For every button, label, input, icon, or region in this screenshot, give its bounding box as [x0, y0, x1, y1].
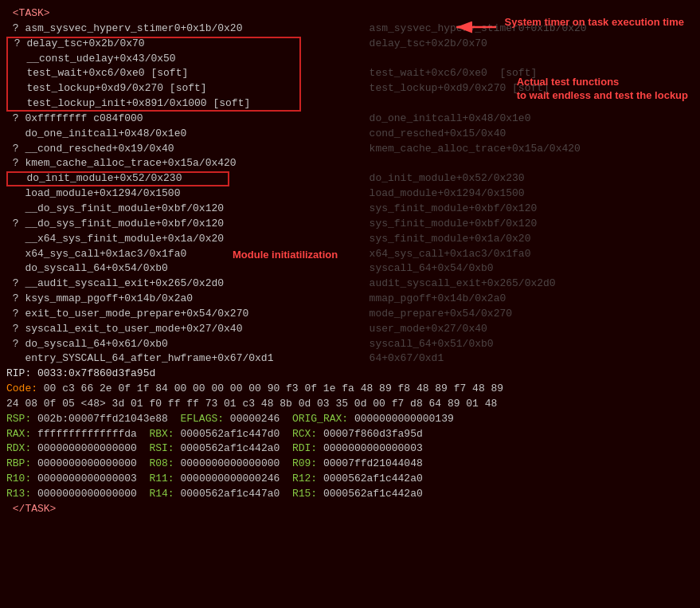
line-syscall-exit-user: ? syscall_exit_to_user_mode+0x27/0x40 us…: [6, 322, 694, 337]
test-lockup-left: test_lockup+0xd9/0x270 [soft]: [8, 82, 207, 94]
line-r10: R10: 0000000000000003 R11: 0000000000000…: [6, 472, 694, 487]
rsp-line: RSP: 002b:00007ffd21043e88 EFLAGS: 00000…: [6, 413, 454, 425]
audit-syscall-right: audit_syscall_exit+0x265/0x2d0: [357, 277, 694, 292]
cond-resched-left: ? __cond_resched+0x19/0x40: [6, 143, 174, 155]
line-audit-syscall: ? __audit_syscall_exit+0x265/0x2d0 audit…: [6, 277, 694, 292]
do-syscall-64-left: do_syscall_64+0x54/0xb0: [6, 262, 168, 274]
test-annotation-text: Actual test functionsto wait endless and…: [517, 76, 688, 103]
rip-line: RIP: 0033:0x7f860d3fa95d: [6, 367, 155, 379]
kmem-right: [357, 156, 694, 171]
do-sys-finit-left: __do_sys_finit_module+0xbf/0x120: [6, 202, 224, 214]
udelay-left: __const_udelay+0x43/0x50: [8, 53, 176, 65]
ksys-mmap-right: mmap_pgoff+0x14b/0x2a0: [357, 292, 694, 307]
x64-sys-call-right: x64_sys_call+0x1ac3/0x1fa0: [357, 247, 694, 262]
line-task-close: </TASK>: [6, 502, 694, 517]
module-annotation-text: Module initiatilization: [233, 249, 338, 261]
line-do-one: do_one_initcall+0x48/0x1e0 cond_resched+…: [6, 127, 694, 142]
line-rip: RIP: 0033:0x7f860d3fa95d: [6, 367, 694, 382]
task-open-tag: <TASK>: [6, 7, 50, 19]
delay-tsc-left: ? delay_tsc+0x2b/0x70: [8, 37, 145, 49]
0xfff-right: do_one_initcall+0x48/0x1e0: [357, 112, 694, 127]
line-q-do-sys-finit: ? __do_sys_finit_module+0xbf/0x120 sys_f…: [6, 217, 694, 232]
line-entry-syscall: entry_SYSCALL_64_after_hwframe+0x67/0xd1…: [6, 351, 694, 367]
cond-resched-right: kmem_cache_alloc_trace+0x15a/0x420: [357, 142, 694, 157]
line-do-syscall-64b: ? do_syscall_64+0x61/0xb0 syscall_64+0x5…: [6, 337, 694, 352]
entry-syscall-left: entry_SYSCALL_64_after_hwframe+0x67/0xd1: [6, 352, 273, 364]
timer-arrow-svg: [452, 19, 500, 35]
line-x64-sys-finit: __x64_sys_finit_module+0x1a/0x20 sys_fin…: [6, 232, 694, 247]
x64-sys-call-left: x64_sys_call+0x1ac3/0x1fa0: [6, 248, 186, 260]
syscall-exit-user-right: user_mode+0x27/0x40: [357, 322, 694, 337]
x64-sys-finit-right: sys_finit_module+0x1a/0x20: [357, 232, 694, 247]
do-init-module-left: do_init_module+0x52/0x230: [8, 172, 182, 184]
exit-user-mode-left: ? exit_to_user_mode_prepare+0x54/0x270: [6, 308, 248, 320]
udelay-right: [357, 52, 694, 67]
do-one-left: do_one_initcall+0x48/0x1e0: [6, 127, 186, 139]
rax-line: RAX: ffffffffffffffda RBX: 0000562af1c44…: [6, 428, 423, 440]
kmem-left: ? kmem_cache_alloc_trace+0x15a/0x420: [6, 157, 237, 169]
rdx-line: RDX: 0000000000000000 RSI: 0000562af1c44…: [6, 442, 423, 454]
timer-annotation-text: System timer on task execution time: [505, 16, 684, 29]
load-module-right: load_module+0x1294/0x1500: [357, 186, 694, 202]
line-code-1: Code: 00 c3 66 2e 0f 1f 84 00 00 00 00 0…: [6, 382, 694, 397]
delay-tsc-right: delay_tsc+0x2b/0x70: [357, 37, 694, 52]
line-udelay: __const_udelay+0x43/0x50: [6, 52, 694, 67]
code-line-1: Code: 00 c3 66 2e 0f 1f 84 00 00 00 00 0…: [6, 382, 503, 394]
r10-line: R10: 0000000000000003 R11: 0000000000000…: [6, 473, 423, 484]
do-sys-finit-right: sys_finit_module+0xbf/0x120: [357, 202, 694, 217]
module-annotation: Module initiatilization: [233, 249, 338, 261]
exit-user-mode-right: mode_prepare+0x54/0x270: [357, 307, 694, 322]
q-do-sys-finit-left: ? __do_sys_finit_module+0xbf/0x120: [6, 218, 224, 229]
do-syscall-64b-left: ? do_syscall_64+0x61/0xb0: [6, 338, 168, 350]
do-syscall-64b-right: syscall_64+0x51/0xb0: [357, 337, 694, 352]
x64-sys-finit-left: __x64_sys_finit_module+0x1a/0x20: [6, 233, 224, 245]
test-annotation-group: Actual test functionsto wait endless and…: [517, 76, 688, 103]
task-close-tag: </TASK>: [6, 503, 56, 515]
timer-annotation-group: System timer on task execution time: [452, 16, 684, 35]
line-rbp: RBP: 0000000000000000 R08: 0000000000000…: [6, 457, 694, 472]
line-exit-user-mode: ? exit_to_user_mode_prepare+0x54/0x270 m…: [6, 307, 694, 322]
q-do-sys-finit-right: sys_finit_module+0xbf/0x120: [357, 217, 694, 232]
line-ksys-mmap: ? ksys_mmap_pgoff+0x14b/0x2a0 mmap_pgoff…: [6, 292, 694, 307]
line-do-init-module: do_init_module+0x52/0x230 do_init_module…: [6, 171, 694, 186]
do-one-right: cond_resched+0x15/0x40: [357, 127, 694, 142]
main-container: <TASK> ? asm_sysvec_hyperv_stimer0+0x1b/…: [0, 0, 700, 608]
test-lockup-init-left: test_lockup_init+0x891/0x1000 [soft]: [8, 97, 250, 109]
timer-arrow: [452, 19, 500, 35]
0xfff-left: ? 0xffffffff c084f000: [6, 112, 143, 124]
audit-syscall-left: ? __audit_syscall_exit+0x265/0x2d0: [6, 277, 224, 289]
r13-line: R13: 0000000000000000 R14: 0000562af1c44…: [6, 488, 423, 500]
line-kmem: ? kmem_cache_alloc_trace+0x15a/0x420: [6, 156, 694, 171]
ksys-mmap-left: ? ksys_mmap_pgoff+0x14b/0x2a0: [6, 292, 193, 304]
do-init-module-right: do_init_module+0x52/0x230: [357, 171, 694, 186]
load-module-left: load_module+0x1294/0x1500: [6, 187, 180, 199]
line-rax: RAX: ffffffffffffffda RBX: 0000562af1c44…: [6, 427, 694, 442]
rbp-line: RBP: 0000000000000000 R08: 0000000000000…: [6, 457, 423, 469]
asm-sysvec-left: ? asm_sysvec_hyperv_stimer0+0x1b/0x20: [6, 22, 242, 34]
code-line-2: 24 08 0f 05 <48> 3d 01 f0 ff ff 73 01 c3…: [6, 398, 497, 410]
line-rdx: RDX: 0000000000000000 RSI: 0000562af1c44…: [6, 441, 694, 457]
entry-syscall-right: 64+0x67/0xd1: [357, 351, 694, 367]
line-x64-sys-call: x64_sys_call+0x1ac3/0x1fa0 x64_sys_call+…: [6, 247, 694, 262]
line-do-syscall-64: do_syscall_64+0x54/0xb0 syscall_64+0x54/…: [6, 261, 694, 277]
line-cond-resched: ? __cond_resched+0x19/0x40 kmem_cache_al…: [6, 142, 694, 157]
line-0xfff: ? 0xffffffff c084f000 do_one_initcall+0x…: [6, 112, 694, 127]
line-delay-tsc: ? delay_tsc+0x2b/0x70 delay_tsc+0x2b/0x7…: [6, 37, 694, 52]
line-rsp: RSP: 002b:00007ffd21043e88 EFLAGS: 00000…: [6, 412, 694, 427]
line-do-sys-finit: __do_sys_finit_module+0xbf/0x120 sys_fin…: [6, 202, 694, 217]
do-syscall-64-right: syscall_64+0x54/0xb0: [357, 261, 694, 277]
line-r13: R13: 0000000000000000 R14: 0000562af1c44…: [6, 487, 694, 502]
line-load-module: load_module+0x1294/0x1500 load_module+0x…: [6, 186, 694, 202]
module-init-group: do_init_module+0x52/0x230 do_init_module…: [6, 171, 694, 186]
line-code-2: 24 08 0f 05 <48> 3d 01 f0 ff ff 73 01 c3…: [6, 397, 694, 412]
test-wait-left: test_wait+0xc6/0xe0 [soft]: [8, 67, 188, 79]
syscall-exit-user-left: ? syscall_exit_to_user_mode+0x27/0x40: [6, 323, 242, 335]
